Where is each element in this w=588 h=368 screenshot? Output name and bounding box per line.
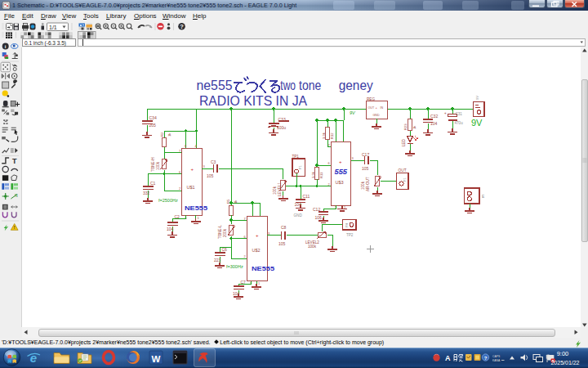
svg-text:NE555: NE555 [252, 265, 275, 272]
svg-text:332: 332 [143, 191, 150, 195]
svg-text:R2: R2 [160, 132, 164, 137]
svg-text:9V: 9V [471, 118, 483, 128]
svg-text:C8: C8 [281, 225, 287, 230]
svg-text:AR-OUT: AR-OUT [366, 177, 370, 191]
svg-text:8: 8 [185, 144, 187, 148]
svg-text:LED: LED [402, 138, 406, 146]
svg-text:U$3: U$3 [336, 180, 344, 185]
svg-text:6: 6 [244, 235, 247, 239]
svg-text:OUT: OUT [368, 106, 375, 110]
svg-text:TP2: TP2 [346, 233, 354, 237]
svg-text:C34: C34 [149, 115, 157, 120]
svg-text:C7: C7 [241, 280, 247, 285]
svg-text:104: 104 [295, 202, 302, 207]
svg-text:100u: 100u [277, 125, 286, 130]
svg-text:PH: PH [345, 222, 349, 227]
svg-text:3: 3 [268, 231, 270, 236]
svg-text:1: 1 [258, 281, 261, 285]
svg-text:3.9k: 3.9k [322, 132, 326, 139]
svg-text:C12: C12 [313, 207, 320, 212]
svg-text:C2: C2 [175, 214, 180, 219]
svg-text:205: 205 [149, 123, 157, 128]
svg-text:105: 105 [207, 173, 214, 178]
svg-text:OUT: OUT [399, 168, 407, 173]
svg-text:555: 555 [335, 168, 348, 176]
svg-text:+: + [339, 159, 342, 164]
svg-text:NE555: NE555 [185, 204, 208, 212]
svg-text:tone: tone [299, 78, 321, 93]
svg-text:4: 4 [195, 144, 198, 148]
svg-text:2: 2 [179, 186, 181, 191]
svg-text:3: 3 [203, 164, 206, 168]
svg-text:+: + [191, 167, 194, 172]
svg-text:C1: C1 [150, 181, 156, 186]
svg-text:100k: 100k [361, 181, 365, 190]
svg-text:P1: P1 [403, 177, 407, 182]
svg-text:100k: 100k [273, 186, 277, 195]
svg-text:geney: geney [339, 78, 373, 93]
svg-text:104: 104 [167, 227, 174, 231]
svg-text:9V: 9V [350, 110, 356, 115]
svg-text:R12: R12 [330, 132, 334, 139]
svg-text:105: 105 [362, 166, 369, 171]
svg-text:3: 3 [352, 156, 354, 160]
svg-text:IN: IN [381, 106, 384, 110]
svg-text:C11: C11 [303, 194, 310, 199]
svg-text:C31: C31 [456, 112, 463, 116]
svg-text:470u: 470u [455, 121, 464, 125]
svg-text:1k: 1k [412, 125, 416, 129]
svg-text:1k: 1k [167, 132, 172, 137]
svg-text:C6: C6 [222, 247, 228, 252]
svg-text:TP1: TP1 [292, 155, 300, 159]
svg-text:LEVEL1: LEVEL1 [278, 182, 282, 196]
svg-text:TONE-H: TONE-H [151, 157, 155, 172]
svg-text:105: 105 [278, 241, 286, 246]
svg-text:9V: 9V [475, 96, 479, 100]
svg-text:f=300Hz: f=300Hz [226, 264, 243, 269]
svg-text:C3: C3 [211, 159, 216, 164]
svg-text:GND: GND [373, 114, 380, 117]
svg-text:REG: REG [367, 97, 375, 101]
svg-text:R23: R23 [403, 123, 408, 130]
svg-text:200k: 200k [223, 228, 227, 237]
svg-text:6: 6 [179, 170, 181, 174]
svg-text:R11: R11 [319, 172, 323, 178]
svg-text:106: 106 [315, 215, 323, 220]
svg-text:C32: C32 [430, 114, 438, 119]
svg-text:P1: P1 [299, 165, 302, 169]
svg-text:223: 223 [214, 258, 221, 263]
svg-text:2: 2 [244, 254, 247, 258]
svg-text:f=2500Hz: f=2500Hz [158, 198, 178, 203]
svg-text:6: 6 [328, 161, 331, 165]
svg-text:GND: GND [294, 213, 303, 218]
svg-text:U$1: U$1 [187, 185, 195, 190]
svg-text:+: + [444, 111, 447, 115]
svg-text:+: + [376, 105, 378, 110]
svg-text:+: + [256, 233, 259, 238]
svg-text:RADIO KITS IN JA: RADIO KITS IN JA [199, 93, 308, 109]
svg-text:100k: 100k [156, 161, 160, 170]
svg-text:1k: 1k [234, 200, 238, 204]
svg-text:7: 7 [328, 143, 331, 147]
svg-text:C17: C17 [362, 152, 369, 157]
svg-text:2: 2 [328, 182, 331, 186]
svg-text:ne555: ne555 [197, 78, 233, 93]
svg-text:U$2: U$2 [252, 248, 261, 253]
svg-text:R5: R5 [226, 199, 230, 204]
svg-text:3.9k: 3.9k [311, 171, 315, 178]
svg-text:104: 104 [430, 121, 438, 126]
svg-text:TONE-L: TONE-L [218, 225, 222, 239]
svg-text:100k: 100k [308, 245, 317, 249]
svg-text:1: 1 [198, 216, 200, 220]
svg-text:104: 104 [233, 291, 240, 296]
svg-text:two: two [280, 78, 296, 93]
svg-text:C33: C33 [278, 117, 286, 122]
svg-text:E: E [482, 195, 484, 199]
